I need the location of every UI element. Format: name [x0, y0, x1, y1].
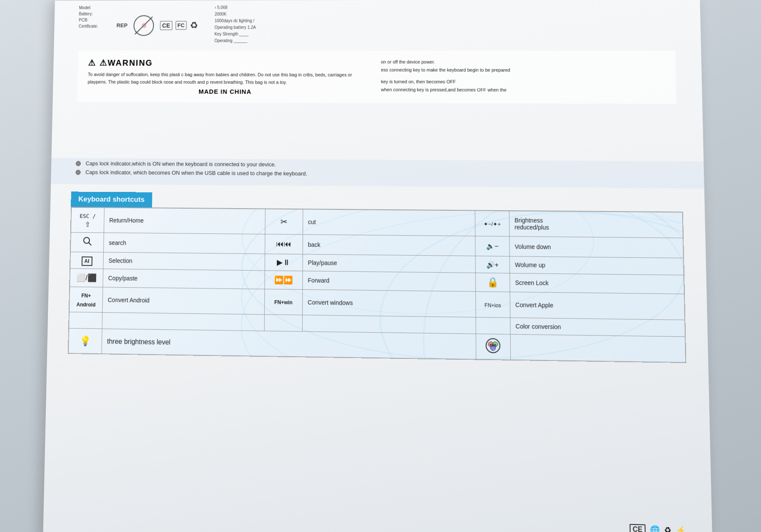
spec-r6: Operating ______	[214, 37, 675, 44]
bulb-icon: 💡	[80, 335, 91, 346]
search-icon	[82, 236, 92, 246]
empty-label-1	[102, 313, 264, 331]
globe-cert-icon: 🌐	[650, 525, 660, 532]
scissors-icon: ✂	[280, 217, 287, 226]
top-row: Model: Battery: PCB: Certificate: REP 🚫	[78, 4, 675, 45]
search-icon-cell	[70, 232, 104, 252]
search-label: search	[104, 233, 265, 254]
rep-label: REP	[117, 22, 127, 28]
rewind-icon-cell: ⏮⏮	[265, 234, 303, 254]
indicator-text-2: Caps lock indicator, which becomes ON wh…	[85, 169, 307, 177]
fn-win-label: FN+win	[274, 299, 293, 306]
selection-label: Selection	[103, 252, 265, 271]
back-label: back	[303, 234, 475, 256]
fn-ios-icon-cell: FN+ios	[475, 291, 510, 318]
brightness-icons: ✦−/✦+	[483, 221, 501, 227]
bulb-icon-cell: 💡	[68, 328, 102, 354]
empty-icon-cell-1	[69, 312, 102, 329]
document: Model: Battery: PCB: Certificate: REP 🚫	[43, 0, 713, 532]
spec-r2: 2000K	[214, 10, 674, 17]
return-home-label: Return/Home	[104, 208, 265, 234]
convert-apple-label: Convert Apple	[510, 292, 685, 320]
copy-paste-icon: ⬜/⬛	[76, 273, 97, 282]
indicator-dot-1	[76, 161, 81, 166]
rgb-icon-cell: RGB	[476, 334, 510, 360]
cert-logos: CE FC ♻	[160, 20, 198, 31]
empty-icon-cell-3	[476, 317, 510, 334]
shortcuts-table: ESC / ⇧ Return/Home ✂ cut ✦−/✦+ Brightne…	[68, 207, 686, 363]
rgb-icon: RGB	[485, 338, 501, 353]
convert-windows-label: Convert windows	[302, 289, 475, 317]
made-in-china-label: MADE IN CHINA	[87, 88, 364, 96]
screen-lock-label: Screen Lock	[510, 273, 684, 294]
copypaste-label: Copy/paste	[103, 269, 265, 289]
volume-down-label: Volume down	[509, 236, 683, 258]
svg-line-5	[89, 243, 91, 245]
shortcuts-header: Keyboard shortcuts	[71, 191, 152, 207]
warning-text-title: ⚠WARNING	[99, 58, 153, 68]
warning-box: ⚠ ⚠WARNING To avoid danger of suffocatio…	[77, 50, 676, 104]
cut-label: cut	[303, 209, 475, 236]
logos-area: REP 🚫 CE FC ♻	[116, 7, 198, 44]
spec-r4: Operating battery 1.2A	[214, 24, 675, 31]
forward-icon-cell: ⏩⏩	[265, 271, 303, 289]
volume-down-icon-cell: 🔈−	[475, 236, 510, 256]
empty-last-cell	[510, 334, 686, 362]
volume-up-label: Wolume up	[510, 256, 684, 275]
rewind-icon: ⏮⏮	[276, 240, 291, 249]
ce-cert: CE	[160, 21, 172, 30]
ce-bottom-cert: CE	[629, 524, 646, 532]
brightness-level-label: three brightness level	[102, 329, 476, 359]
shortcuts-table-wrapper: ESC / ⇧ Return/Home ✂ cut ✦−/✦+ Brightne…	[68, 207, 686, 363]
scissors-icon-cell: ✂	[265, 209, 303, 234]
indicators-section: Caps lock indicator,which is ON when the…	[51, 158, 704, 188]
convert-android-label: Convert Android	[102, 287, 265, 315]
warning-text-left: To avoid danger of suffocation, keep thi…	[87, 71, 364, 87]
copypaste-icon-cell: ⬜/⬛	[70, 268, 103, 287]
spec-r3: 1000days dc lighting /	[214, 17, 675, 24]
indicator-text-1: Caps lock indicator,which is ON when the…	[86, 160, 276, 168]
energy-cert-icon: ⚡	[676, 525, 686, 532]
warning-r3: key is turned on, then becomes OFF	[381, 78, 665, 86]
bottom-cert: CE 🌐 ♻ ⚡ MADE IN CHINA	[629, 524, 686, 532]
ai-icon: AI	[81, 256, 92, 266]
recycle-cert-icon: ♻	[664, 525, 671, 532]
warning-triangle-icon: ⚠	[88, 58, 96, 68]
volume-up-icon-cell: 🔊+	[475, 256, 510, 273]
fn-win-icon-cell: FN+win	[264, 289, 302, 315]
spec-line-3: PCB:	[79, 17, 100, 23]
play-pause-icon: ▶⏸	[277, 258, 290, 267]
playpause-icon-cell: ▶⏸	[265, 254, 303, 271]
spec-r1: ‹ 5.068	[215, 4, 675, 11]
volume-down-icon: 🔈−	[486, 242, 498, 250]
esc-icon-cell: ESC / ⇧	[71, 207, 104, 233]
empty-icon-cell-2	[264, 315, 302, 332]
playpause-label: Play/pause	[303, 254, 475, 273]
shortcuts-section: Keyboard shortcuts ESC / ⇧	[68, 191, 686, 363]
no-plastic-icon: 🚫	[133, 15, 154, 36]
warning-r1: on or off the device power.	[381, 58, 665, 66]
fc-cert: FC	[175, 21, 187, 30]
warning-left: ⚠ ⚠WARNING To avoid danger of suffocatio…	[87, 58, 364, 96]
svg-text:RGB: RGB	[490, 343, 496, 347]
color-conversion-label: Color conversion	[510, 318, 685, 337]
indicator-item-2: Caps lock indicator, which becomes ON wh…	[76, 169, 678, 179]
recycle-icon: ♻	[190, 20, 198, 31]
cert-row: CE 🌐 ♻ ⚡	[629, 524, 686, 532]
spec-line-4: Certificate:	[79, 23, 100, 30]
page-container: Model: Battery: PCB: Certificate: REP 🚫	[0, 0, 761, 532]
warning-right: on or off the device power. ess connecti…	[381, 58, 666, 96]
home-arrow-icon: ⇧	[85, 221, 90, 228]
spec-line-1: Model:	[79, 5, 101, 11]
warning-title: ⚠ ⚠WARNING	[88, 58, 364, 68]
warning-r4: when connecting key is pressed,and becom…	[381, 86, 665, 94]
volume-up-icon: 🔊+	[486, 261, 499, 268]
spec-line-2: Battery:	[79, 11, 100, 17]
fn-android-label: FN+ Android	[76, 293, 95, 308]
brightness-label: Brightnessreduced/plus	[509, 211, 683, 238]
brightness-icon-cell: ✦−/✦+	[475, 211, 510, 236]
indicator-item-1: Caps lock indicator,which is ON when the…	[76, 160, 678, 170]
warning-r2: ess connecting key to make the keyboard …	[381, 66, 665, 74]
forward-icon: ⏩⏩	[274, 276, 293, 284]
spec-r5: Key Strength ____	[214, 31, 675, 37]
